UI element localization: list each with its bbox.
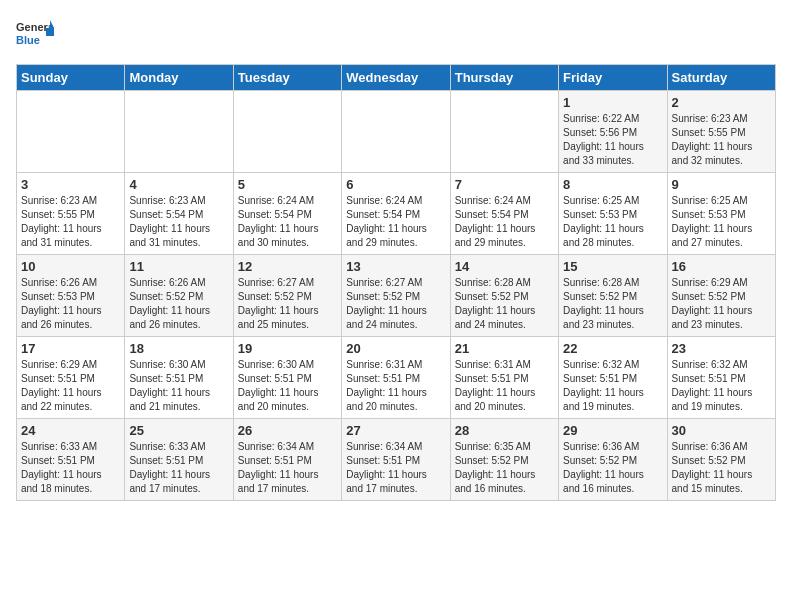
calendar-table: SundayMondayTuesdayWednesdayThursdayFrid…	[16, 64, 776, 501]
calendar-cell: 26Sunrise: 6:34 AM Sunset: 5:51 PM Dayli…	[233, 419, 341, 501]
day-number: 20	[346, 341, 445, 356]
day-info: Sunrise: 6:28 AM Sunset: 5:52 PM Dayligh…	[563, 276, 662, 332]
day-number: 2	[672, 95, 771, 110]
day-info: Sunrise: 6:27 AM Sunset: 5:52 PM Dayligh…	[238, 276, 337, 332]
day-number: 13	[346, 259, 445, 274]
svg-text:Blue: Blue	[16, 34, 40, 46]
calendar-cell: 13Sunrise: 6:27 AM Sunset: 5:52 PM Dayli…	[342, 255, 450, 337]
day-info: Sunrise: 6:33 AM Sunset: 5:51 PM Dayligh…	[21, 440, 120, 496]
calendar-cell: 6Sunrise: 6:24 AM Sunset: 5:54 PM Daylig…	[342, 173, 450, 255]
column-header-sunday: Sunday	[17, 65, 125, 91]
calendar-cell: 19Sunrise: 6:30 AM Sunset: 5:51 PM Dayli…	[233, 337, 341, 419]
calendar-cell: 27Sunrise: 6:34 AM Sunset: 5:51 PM Dayli…	[342, 419, 450, 501]
day-info: Sunrise: 6:23 AM Sunset: 5:54 PM Dayligh…	[129, 194, 228, 250]
day-info: Sunrise: 6:24 AM Sunset: 5:54 PM Dayligh…	[455, 194, 554, 250]
calendar-cell: 25Sunrise: 6:33 AM Sunset: 5:51 PM Dayli…	[125, 419, 233, 501]
day-number: 6	[346, 177, 445, 192]
day-number: 27	[346, 423, 445, 438]
day-number: 25	[129, 423, 228, 438]
day-number: 16	[672, 259, 771, 274]
day-info: Sunrise: 6:35 AM Sunset: 5:52 PM Dayligh…	[455, 440, 554, 496]
week-row-5: 24Sunrise: 6:33 AM Sunset: 5:51 PM Dayli…	[17, 419, 776, 501]
column-header-saturday: Saturday	[667, 65, 775, 91]
calendar-cell: 5Sunrise: 6:24 AM Sunset: 5:54 PM Daylig…	[233, 173, 341, 255]
calendar-cell: 23Sunrise: 6:32 AM Sunset: 5:51 PM Dayli…	[667, 337, 775, 419]
calendar-cell: 4Sunrise: 6:23 AM Sunset: 5:54 PM Daylig…	[125, 173, 233, 255]
day-info: Sunrise: 6:34 AM Sunset: 5:51 PM Dayligh…	[346, 440, 445, 496]
calendar-cell: 17Sunrise: 6:29 AM Sunset: 5:51 PM Dayli…	[17, 337, 125, 419]
day-info: Sunrise: 6:34 AM Sunset: 5:51 PM Dayligh…	[238, 440, 337, 496]
day-info: Sunrise: 6:28 AM Sunset: 5:52 PM Dayligh…	[455, 276, 554, 332]
day-number: 29	[563, 423, 662, 438]
day-number: 11	[129, 259, 228, 274]
day-info: Sunrise: 6:26 AM Sunset: 5:53 PM Dayligh…	[21, 276, 120, 332]
calendar-cell: 14Sunrise: 6:28 AM Sunset: 5:52 PM Dayli…	[450, 255, 558, 337]
column-header-thursday: Thursday	[450, 65, 558, 91]
calendar-cell: 21Sunrise: 6:31 AM Sunset: 5:51 PM Dayli…	[450, 337, 558, 419]
day-info: Sunrise: 6:29 AM Sunset: 5:51 PM Dayligh…	[21, 358, 120, 414]
calendar-cell: 24Sunrise: 6:33 AM Sunset: 5:51 PM Dayli…	[17, 419, 125, 501]
calendar-cell: 8Sunrise: 6:25 AM Sunset: 5:53 PM Daylig…	[559, 173, 667, 255]
calendar-cell: 16Sunrise: 6:29 AM Sunset: 5:52 PM Dayli…	[667, 255, 775, 337]
day-number: 30	[672, 423, 771, 438]
day-info: Sunrise: 6:30 AM Sunset: 5:51 PM Dayligh…	[238, 358, 337, 414]
logo-svg: General Blue	[16, 16, 54, 54]
day-info: Sunrise: 6:36 AM Sunset: 5:52 PM Dayligh…	[672, 440, 771, 496]
day-info: Sunrise: 6:32 AM Sunset: 5:51 PM Dayligh…	[563, 358, 662, 414]
day-info: Sunrise: 6:32 AM Sunset: 5:51 PM Dayligh…	[672, 358, 771, 414]
calendar-cell: 9Sunrise: 6:25 AM Sunset: 5:53 PM Daylig…	[667, 173, 775, 255]
day-number: 22	[563, 341, 662, 356]
calendar-cell: 12Sunrise: 6:27 AM Sunset: 5:52 PM Dayli…	[233, 255, 341, 337]
column-header-monday: Monday	[125, 65, 233, 91]
day-info: Sunrise: 6:25 AM Sunset: 5:53 PM Dayligh…	[672, 194, 771, 250]
week-row-1: 1Sunrise: 6:22 AM Sunset: 5:56 PM Daylig…	[17, 91, 776, 173]
day-info: Sunrise: 6:31 AM Sunset: 5:51 PM Dayligh…	[455, 358, 554, 414]
column-header-friday: Friday	[559, 65, 667, 91]
svg-rect-3	[46, 28, 54, 36]
header: General Blue	[16, 16, 776, 54]
logo: General Blue	[16, 16, 54, 54]
calendar-cell: 22Sunrise: 6:32 AM Sunset: 5:51 PM Dayli…	[559, 337, 667, 419]
calendar-cell	[342, 91, 450, 173]
calendar-header: SundayMondayTuesdayWednesdayThursdayFrid…	[17, 65, 776, 91]
day-number: 18	[129, 341, 228, 356]
day-info: Sunrise: 6:23 AM Sunset: 5:55 PM Dayligh…	[672, 112, 771, 168]
day-info: Sunrise: 6:24 AM Sunset: 5:54 PM Dayligh…	[238, 194, 337, 250]
week-row-3: 10Sunrise: 6:26 AM Sunset: 5:53 PM Dayli…	[17, 255, 776, 337]
calendar-cell: 18Sunrise: 6:30 AM Sunset: 5:51 PM Dayli…	[125, 337, 233, 419]
day-number: 12	[238, 259, 337, 274]
calendar-cell: 7Sunrise: 6:24 AM Sunset: 5:54 PM Daylig…	[450, 173, 558, 255]
day-info: Sunrise: 6:33 AM Sunset: 5:51 PM Dayligh…	[129, 440, 228, 496]
day-number: 17	[21, 341, 120, 356]
calendar-cell: 30Sunrise: 6:36 AM Sunset: 5:52 PM Dayli…	[667, 419, 775, 501]
day-number: 19	[238, 341, 337, 356]
day-number: 24	[21, 423, 120, 438]
week-row-4: 17Sunrise: 6:29 AM Sunset: 5:51 PM Dayli…	[17, 337, 776, 419]
day-number: 28	[455, 423, 554, 438]
calendar-cell	[450, 91, 558, 173]
calendar-body: 1Sunrise: 6:22 AM Sunset: 5:56 PM Daylig…	[17, 91, 776, 501]
day-info: Sunrise: 6:29 AM Sunset: 5:52 PM Dayligh…	[672, 276, 771, 332]
day-number: 15	[563, 259, 662, 274]
day-number: 1	[563, 95, 662, 110]
day-number: 14	[455, 259, 554, 274]
day-info: Sunrise: 6:27 AM Sunset: 5:52 PM Dayligh…	[346, 276, 445, 332]
day-number: 23	[672, 341, 771, 356]
calendar-cell	[125, 91, 233, 173]
day-number: 4	[129, 177, 228, 192]
day-info: Sunrise: 6:22 AM Sunset: 5:56 PM Dayligh…	[563, 112, 662, 168]
calendar-cell: 20Sunrise: 6:31 AM Sunset: 5:51 PM Dayli…	[342, 337, 450, 419]
calendar-cell: 29Sunrise: 6:36 AM Sunset: 5:52 PM Dayli…	[559, 419, 667, 501]
calendar-cell: 10Sunrise: 6:26 AM Sunset: 5:53 PM Dayli…	[17, 255, 125, 337]
column-header-tuesday: Tuesday	[233, 65, 341, 91]
day-info: Sunrise: 6:26 AM Sunset: 5:52 PM Dayligh…	[129, 276, 228, 332]
calendar-cell: 1Sunrise: 6:22 AM Sunset: 5:56 PM Daylig…	[559, 91, 667, 173]
day-number: 26	[238, 423, 337, 438]
day-info: Sunrise: 6:31 AM Sunset: 5:51 PM Dayligh…	[346, 358, 445, 414]
day-info: Sunrise: 6:30 AM Sunset: 5:51 PM Dayligh…	[129, 358, 228, 414]
day-number: 3	[21, 177, 120, 192]
header-row: SundayMondayTuesdayWednesdayThursdayFrid…	[17, 65, 776, 91]
day-info: Sunrise: 6:23 AM Sunset: 5:55 PM Dayligh…	[21, 194, 120, 250]
day-number: 7	[455, 177, 554, 192]
calendar-cell: 11Sunrise: 6:26 AM Sunset: 5:52 PM Dayli…	[125, 255, 233, 337]
